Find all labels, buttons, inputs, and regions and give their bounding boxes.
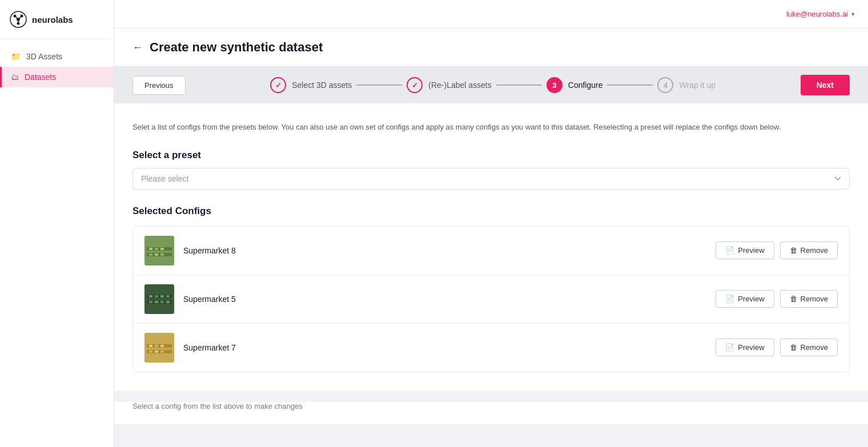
config-thumbnail-1 (144, 236, 174, 265)
svg-rect-25 (155, 301, 158, 303)
svg-rect-17 (144, 284, 174, 314)
preview-icon-1: 📄 (725, 246, 734, 255)
step-2-circle: ✓ (407, 77, 423, 93)
sidebar: neurolabs 📁 3D Assets 🗂 Datasets (0, 0, 114, 447)
back-button[interactable]: ← (132, 42, 143, 54)
svg-rect-31 (149, 345, 152, 347)
config-name-3: Supermarket 7 (183, 343, 716, 352)
thumbnail-image-1 (144, 236, 174, 265)
preview-icon-2: 📄 (725, 295, 734, 303)
svg-rect-14 (149, 253, 152, 256)
svg-rect-24 (149, 301, 152, 303)
step-wrap-up: 4 Wrap it up (657, 77, 716, 93)
preset-select[interactable]: Please select (132, 168, 850, 190)
sidebar-item-3d-assets-label: 3D Assets (26, 52, 62, 61)
step-connector-1 (356, 84, 402, 86)
config-item-1: Supermarket 8 📄 Preview 🗑 Remove (133, 227, 849, 275)
svg-rect-34 (149, 351, 152, 353)
sidebar-item-3d-assets[interactable]: 📁 3D Assets (0, 46, 114, 67)
remove-button-2[interactable]: 🗑 Remove (780, 290, 838, 308)
preview-button-2[interactable]: 📄 Preview (716, 290, 774, 308)
svg-rect-23 (166, 295, 170, 297)
config-item-2: Supermarket 5 📄 Preview 🗑 Remove (133, 275, 849, 324)
preview-icon-3: 📄 (725, 343, 734, 352)
preview-label-1: Preview (738, 246, 764, 255)
remove-label-1: Remove (801, 246, 828, 255)
sidebar-item-datasets[interactable]: 🗂 Datasets (0, 67, 114, 87)
folder-icon: 📁 (11, 52, 21, 61)
svg-rect-27 (166, 301, 170, 303)
config-actions-2: 📄 Preview 🗑 Remove (716, 290, 838, 308)
remove-button-1[interactable]: 🗑 Remove (780, 241, 838, 259)
preview-button-1[interactable]: 📄 Preview (716, 241, 774, 259)
config-name-1: Supermarket 8 (183, 246, 716, 255)
preview-button-3[interactable]: 📄 Preview (716, 339, 774, 356)
chevron-down-icon: ▾ (851, 11, 854, 17)
footer-hint-text: Select a config from the list above to m… (132, 402, 303, 410)
svg-rect-33 (160, 345, 164, 347)
svg-rect-22 (160, 295, 164, 297)
step-2-label: (Re-)Label assets (428, 80, 492, 90)
step-select-3d: ✓ Select 3D assets (270, 77, 352, 93)
page-content: Selet a list of configs from the presets… (114, 103, 868, 390)
step-3-circle: 3 (546, 77, 562, 93)
wizard-steps: ✓ Select 3D assets ✓ (Re-)Label assets 3… (199, 77, 787, 93)
preview-label-3: Preview (738, 343, 764, 352)
next-button[interactable]: Next (801, 75, 850, 95)
thumbnail-image-3 (144, 333, 174, 363)
remove-label-2: Remove (801, 295, 828, 303)
datasets-icon: 🗂 (11, 73, 19, 82)
page-header: ← Create new synthetic dataset (114, 29, 868, 67)
svg-rect-36 (160, 351, 164, 353)
step-1-label: Select 3D assets (292, 80, 352, 90)
sidebar-logo: neurolabs (0, 0, 114, 39)
svg-point-7 (17, 22, 20, 25)
step-configure: 3 Configure (546, 77, 603, 93)
remove-button-3[interactable]: 🗑 Remove (780, 339, 838, 356)
svg-rect-20 (149, 295, 152, 297)
configs-section-title: Selected Configs (132, 206, 850, 217)
preset-section-title: Select a preset (132, 150, 850, 161)
instruction-text: Selet a list of configs from the presets… (132, 122, 850, 134)
config-actions-3: 📄 Preview 🗑 Remove (716, 339, 838, 356)
previous-button[interactable]: Previous (132, 76, 186, 95)
user-email: luke@neurolabs.ai (786, 10, 848, 18)
back-arrow-icon: ← (132, 42, 143, 54)
sidebar-nav: 📁 3D Assets 🗂 Datasets (0, 39, 114, 94)
config-item-3: Supermarket 7 📄 Preview 🗑 Remove (133, 324, 849, 372)
neurolabs-logo-icon (9, 10, 27, 29)
trash-icon-2: 🗑 (790, 295, 797, 303)
step-connector-2 (496, 84, 542, 86)
svg-rect-26 (160, 301, 164, 303)
user-menu[interactable]: luke@neurolabs.ai ▾ (786, 10, 854, 18)
svg-rect-11 (149, 248, 152, 250)
svg-rect-13 (160, 248, 164, 250)
sidebar-item-datasets-label: Datasets (25, 73, 56, 82)
svg-point-5 (14, 15, 17, 18)
page-title: Create new synthetic dataset (150, 40, 323, 55)
logo-text: neurolabs (32, 15, 73, 25)
footer-hint: Select a config from the list above to m… (114, 402, 868, 424)
main-area: luke@neurolabs.ai ▾ ← Create new synthet… (114, 0, 868, 447)
trash-icon-3: 🗑 (790, 343, 797, 352)
step-3-label: Configure (568, 80, 603, 90)
config-thumbnail-2 (144, 284, 174, 314)
svg-point-6 (21, 15, 23, 18)
step-4-label: Wrap it up (679, 80, 716, 90)
step-relabel: ✓ (Re-)Label assets (407, 77, 492, 93)
wizard-bar: Previous ✓ Select 3D assets ✓ (Re-)Label… (114, 67, 868, 103)
step-connector-3 (607, 84, 653, 86)
configs-list: Supermarket 8 📄 Preview 🗑 Remove (132, 226, 850, 372)
svg-rect-32 (155, 345, 158, 347)
remove-label-3: Remove (801, 343, 828, 352)
top-header: luke@neurolabs.ai ▾ (114, 0, 868, 29)
svg-rect-16 (160, 253, 164, 256)
svg-rect-35 (155, 351, 158, 353)
config-actions-1: 📄 Preview 🗑 Remove (716, 241, 838, 259)
content-area: ← Create new synthetic dataset Previous … (114, 29, 868, 447)
svg-rect-15 (155, 253, 158, 256)
svg-rect-12 (155, 248, 158, 250)
config-thumbnail-3 (144, 333, 174, 363)
step-4-circle: 4 (657, 77, 673, 93)
svg-rect-21 (155, 295, 158, 297)
